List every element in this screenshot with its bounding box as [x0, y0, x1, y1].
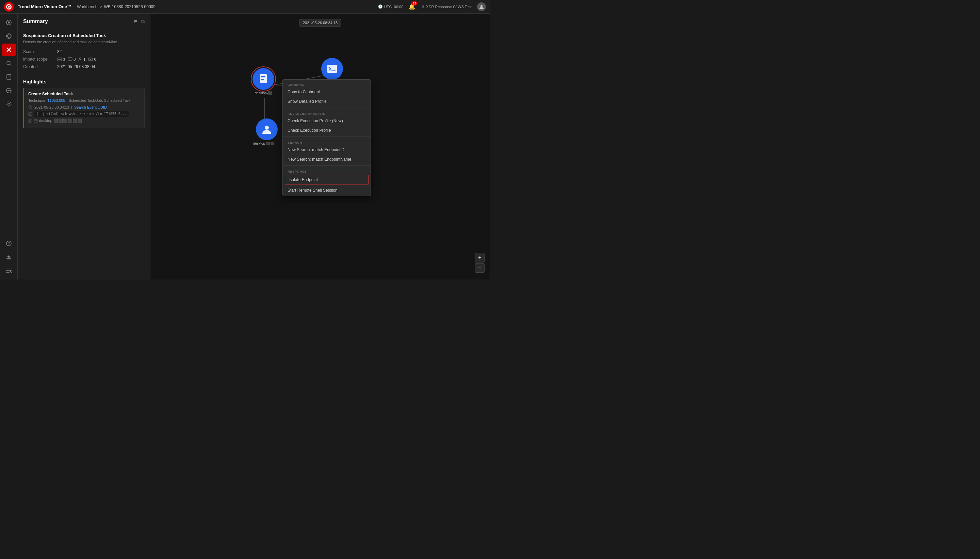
main-canvas: 2021-05-26 08:34:13 _OnLogon" /sc onlogo…	[150, 13, 490, 280]
divider	[23, 74, 145, 74]
server-node-label: desktop-⬛	[255, 91, 272, 95]
desktop-count: 0	[68, 57, 76, 61]
search-endpoint-name-item[interactable]: New Search: match EndpointName	[283, 155, 371, 164]
context-menu-response: RESPONSE Isolate Endpoint Start Remote S…	[283, 167, 371, 196]
logo[interactable]	[4, 2, 13, 12]
terminal-icon	[28, 112, 32, 116]
divider1	[283, 108, 371, 108]
copy-clipboard-item[interactable]: Copy to Clipboard	[283, 87, 371, 97]
search-endpoint-id-item[interactable]: New Search: match EndpointID	[283, 145, 371, 155]
context-menu-general: GENERAL Copy to Clipboard Show Detailed …	[283, 79, 371, 107]
sidebar-item-help[interactable]: ?	[2, 237, 16, 250]
impact-label: Impact scope:	[23, 57, 57, 61]
svg-point-7	[8, 35, 10, 38]
sidebar-item-incidents[interactable]	[2, 30, 16, 42]
score-row: Score: 32	[23, 50, 145, 54]
clock-icon: 🕐	[378, 5, 383, 9]
breadcrumb-workbench[interactable]: Workbench	[77, 5, 97, 9]
context-menu-search: SEARCH New Search: match EndpointID New …	[283, 137, 371, 165]
user-avatar[interactable]	[477, 2, 486, 11]
svg-point-45	[30, 120, 31, 122]
remote-shell-item[interactable]: Start Remote Shell Session	[283, 185, 371, 195]
response-label: RESPONSE	[283, 169, 371, 174]
svg-rect-33	[58, 60, 62, 61]
general-label: GENERAL	[283, 82, 371, 87]
network-icon	[28, 119, 32, 123]
sidebar-item-reports[interactable]	[2, 71, 16, 83]
sidebar: ?	[0, 13, 18, 280]
technique-link[interactable]: T1053.005	[47, 98, 65, 103]
utc-display: 🕐 UTC+00:00	[378, 5, 404, 9]
sidebar-item-xdr[interactable]	[2, 44, 16, 56]
svg-rect-56	[327, 64, 337, 73]
workspace-selector[interactable]: 🖥 XDR Response C1WS Test	[421, 5, 472, 9]
technique-row: Technique: T1053.005 - Scheduled Task/Jo…	[28, 98, 140, 103]
sidebar-item-expand[interactable]	[2, 265, 16, 277]
user-icon	[261, 124, 272, 135]
svg-point-46	[28, 119, 32, 122]
created-value: 2021-05-26 08:38:04	[57, 64, 95, 69]
server-node[interactable]: desktop-⬛	[252, 68, 274, 95]
impact-values: 3 0 1 0	[57, 57, 96, 61]
svg-rect-32	[58, 58, 62, 59]
main-layout: ? Summary ⚑ ⧉ Suspicious Creation of Sch…	[0, 13, 490, 280]
summary-header: Summary ⚑ ⧉	[18, 13, 150, 28]
advanced-label: ADVANCED ANALYSIS	[283, 111, 371, 116]
user-count: 1	[78, 57, 86, 61]
summary-panel: Summary ⚑ ⧉ Suspicious Creation of Sched…	[18, 13, 150, 280]
divider3	[283, 165, 371, 166]
svg-line-42	[30, 107, 31, 108]
score-label: Score:	[23, 50, 57, 54]
context-menu-advanced: ADVANCED ANALYSIS Check Execution Profil…	[283, 109, 371, 136]
user-node-label: desktop-⬛⬛⬛⬛⬛⬛	[253, 142, 280, 146]
impact-row: Impact scope: 3 0 1	[23, 57, 145, 61]
created-label: Created:	[23, 64, 57, 69]
breadcrumb-id: WB-10380-20210526-00009	[104, 5, 155, 9]
sidebar-item-assets[interactable]	[2, 84, 16, 97]
highlights-title: Highlights	[23, 79, 145, 84]
timestamp-bubble: 2021-05-26 08:34:13	[299, 19, 341, 26]
svg-point-38	[80, 58, 81, 60]
svg-point-2	[8, 6, 10, 8]
highlight-card: Create Scheduled Task Technique: T1053.0…	[23, 88, 145, 128]
svg-rect-47	[34, 119, 38, 121]
sidebar-item-settings[interactable]	[2, 98, 16, 110]
hostname-row: desktop-⬛⬛⬛⬛⬛⬛	[28, 119, 140, 123]
check-exec-item[interactable]: Check Execution Profile	[283, 126, 371, 135]
breadcrumb: Workbench > WB-10380-20210526-00009	[77, 5, 155, 9]
zoom-out-button[interactable]: −	[475, 263, 485, 273]
terminal-node[interactable]	[321, 58, 343, 79]
svg-rect-48	[34, 121, 38, 122]
user-node[interactable]: desktop-⬛⬛⬛⬛⬛⬛	[253, 119, 280, 146]
svg-point-62	[265, 126, 269, 130]
event-uuid-link[interactable]: Search Event UUID	[74, 105, 107, 109]
svg-point-22	[8, 103, 10, 105]
svg-rect-25	[7, 258, 11, 260]
summary-content: Suspicious Creation of Scheduled Task De…	[18, 28, 150, 133]
sidebar-item-dashboard[interactable]	[2, 17, 16, 28]
terminal-node-icon	[327, 64, 338, 74]
server-node-circle	[252, 68, 274, 90]
sidebar-item-downloads[interactable]	[2, 251, 16, 263]
isolate-endpoint-item[interactable]: Isolate Endpoint	[285, 175, 368, 185]
check-exec-new-item[interactable]: Check Execution Profile (New)	[283, 116, 371, 126]
zoom-in-button[interactable]: +	[475, 253, 485, 263]
copy-icon[interactable]: ⧉	[141, 19, 145, 25]
created-row: Created: 2021-05-26 08:38:04	[23, 64, 145, 69]
notification-badge: 18	[411, 2, 417, 5]
flag-icon[interactable]: ⚑	[134, 19, 138, 25]
svg-point-6	[7, 34, 11, 38]
app-title: Trend Micro Vision One™	[18, 4, 71, 9]
show-profile-item[interactable]: Show Detailed Profile	[283, 97, 371, 106]
alert-title: Suspicious Creation of Scheduled Task	[23, 33, 145, 38]
cmd-text: (objectCmd) schtasks /create /tn "T1053_…	[35, 111, 129, 117]
document-icon	[258, 74, 269, 84]
email-count: 0	[88, 57, 96, 61]
sidebar-item-search[interactable]	[2, 57, 16, 69]
search-label: SEARCH	[283, 140, 371, 145]
svg-point-10	[7, 61, 10, 64]
context-menu: GENERAL Copy to Clipboard Show Detailed …	[282, 79, 371, 196]
notification-bell[interactable]: 🔔 18	[409, 3, 416, 10]
svg-text:?: ?	[8, 241, 10, 245]
summary-title: Summary	[23, 18, 48, 25]
